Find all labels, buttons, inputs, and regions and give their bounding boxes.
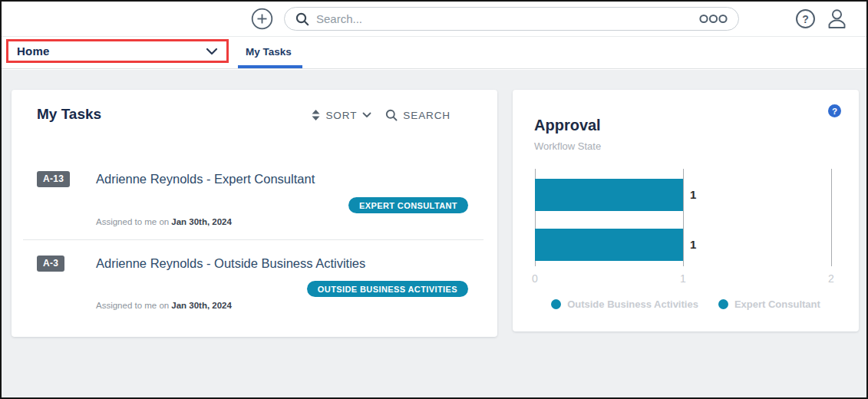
x-tick-label: 1 [680,272,686,285]
assigned-prefix: Assigned to me on [96,217,169,226]
sort-button[interactable]: SORT [312,110,371,121]
my-tasks-panel: My Tasks SORT [12,90,497,337]
x-gridline [683,169,684,266]
task-row-divider [23,239,484,240]
legend-dot-icon [551,299,561,309]
x-tick-label: 2 [828,272,834,285]
assigned-prefix: Assigned to me on [96,301,169,310]
task-id-badge: A-3 [37,256,64,272]
legend-label: Outside Business Activities [567,298,698,310]
search-tasks-label: SEARCH [403,110,451,121]
task-assigned-text: Assigned to me onJan 30th, 2024 [96,301,232,310]
search-tasks-button[interactable]: SEARCH [385,109,456,121]
home-dropdown-label: Home [17,45,49,58]
more-options-icon[interactable] [699,14,728,24]
chart-subtitle: Workflow State [534,140,601,152]
chart-bar [535,229,683,261]
tab-active-underline [238,65,302,68]
top-bar: Search... ? [2,2,866,37]
chart-title: Approval [534,117,601,134]
sort-icon [312,110,320,120]
help-icon[interactable]: ? [796,9,815,28]
sort-chevron-down-icon [362,112,371,118]
task-assigned-text: Assigned to me onJan 30th, 2024 [96,217,232,226]
tab-my-tasks-label: My Tasks [246,46,292,58]
content-area: My Tasks SORT [2,70,866,397]
task-tag-badge: EXPERT CONSULTANT [348,197,468,213]
legend-dot-icon [718,299,728,309]
assigned-date: Jan 30th, 2024 [171,217,232,226]
search-icon [295,12,309,26]
my-tasks-panel-title: My Tasks [37,106,101,123]
user-icon[interactable] [826,8,848,30]
task-id-badge: A-13 [37,171,70,187]
search-placeholder: Search... [316,12,692,25]
task-title-link[interactable]: Adrienne Reynolds - Outside Business Act… [96,256,365,271]
x-axis-ticks: 012 [535,272,831,286]
x-tick-label: 0 [532,272,538,285]
chart-legend: Outside Business ActivitiesExpert Consul… [513,298,859,310]
legend-label: Expert Consultant [734,298,820,310]
task-tag-badge: OUTSIDE BUSINESS ACTIVITIES [307,281,468,297]
bar-value-label: 1 [690,238,696,251]
x-gridline [831,169,832,266]
approval-panel: ? Approval Workflow State 11 012 Outside… [513,90,859,331]
bar-chart-plot: 11 [535,169,831,266]
chevron-down-icon [206,48,218,55]
search-tasks-icon [385,109,398,121]
chart-help-icon[interactable]: ? [828,104,841,117]
legend-item: Outside Business Activities [551,298,698,310]
search-input[interactable]: Search... [284,7,739,31]
nav-bar: Home My Tasks [2,38,866,69]
list-controls: SORT SEARCH [312,109,456,121]
bar-value-label: 1 [690,188,696,201]
legend-item: Expert Consultant [718,298,820,310]
chart-bar [535,179,683,211]
home-dropdown[interactable]: Home [6,39,229,63]
task-title-link[interactable]: Adrienne Reynolds - Expert Consultant [96,172,315,186]
tab-my-tasks[interactable]: My Tasks [246,38,292,66]
sort-label: SORT [325,110,357,121]
add-icon[interactable] [251,8,273,30]
assigned-date: Jan 30th, 2024 [171,301,232,310]
